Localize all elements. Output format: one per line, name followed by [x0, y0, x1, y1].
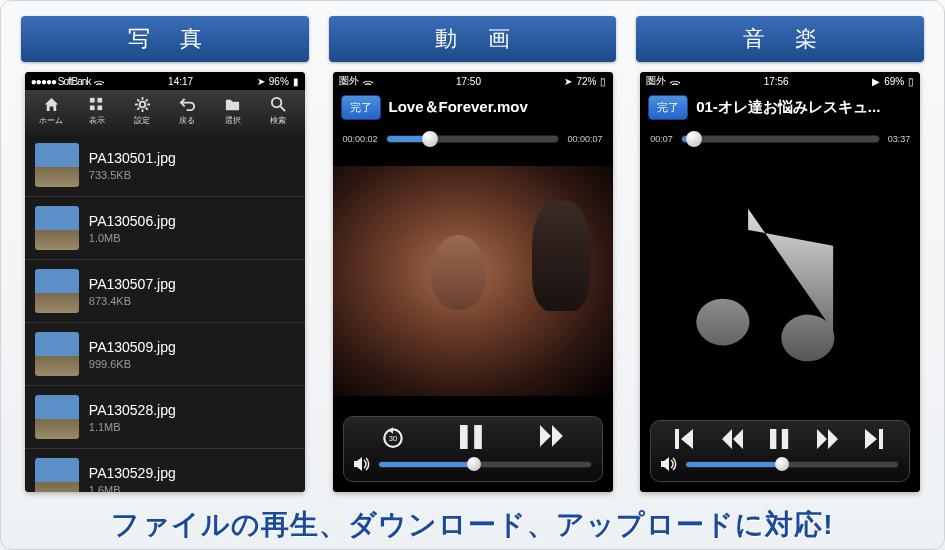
file-row[interactable]: PA130506.jpg1.0MB [25, 197, 305, 260]
home-button[interactable]: ホーム [29, 92, 74, 132]
status-bar: ●●●●● SoftBank 14:17 ➤ 96% ▮ [25, 72, 305, 90]
file-name: PA130501.jpg [89, 150, 176, 166]
file-row[interactable]: PA130501.jpg733.5KB [25, 134, 305, 197]
file-size: 999.6KB [89, 358, 176, 370]
done-button[interactable]: 完了 [341, 95, 381, 120]
file-name: PA130529.jpg [89, 465, 176, 481]
file-row[interactable]: PA130507.jpg873.4KB [25, 260, 305, 323]
music-column: 音 楽 圏外 17:56 ▶69%▯ 完了 01-オレ達お悩みレスキュ... 0… [636, 16, 924, 492]
wifi-icon [363, 77, 373, 85]
select-button[interactable]: 選択 [210, 92, 255, 132]
file-size: 873.4KB [89, 295, 176, 307]
search-button[interactable]: 検索 [255, 92, 300, 132]
fast-forward-button[interactable] [538, 425, 566, 449]
elapsed-label: 00:00:02 [343, 134, 378, 144]
thumbnail [35, 395, 79, 439]
pause-button[interactable] [769, 429, 791, 449]
battery-label: 69% [884, 76, 904, 87]
volume-icon [354, 457, 370, 471]
battery-label: 72% [576, 76, 596, 87]
music-tab-header: 音 楽 [636, 16, 924, 62]
remain-label: 03:37 [888, 134, 911, 144]
battery-icon: ▯ [600, 76, 606, 87]
video-viewport[interactable] [333, 154, 613, 408]
volume-icon [661, 457, 677, 471]
scrubber-row: 00:07 03:37 [640, 124, 920, 154]
video-column: 動 画 圏外 17:50 ➤72%▯ 完了 Love＆Forever.mov 0… [329, 16, 617, 492]
file-name: PA130528.jpg [89, 402, 176, 418]
playback-controls [343, 416, 603, 482]
scrubber-row: 00:00:02 00:00:07 [333, 124, 613, 154]
file-size: 1.0MB [89, 232, 176, 244]
video-screen: 圏外 17:50 ➤72%▯ 完了 Love＆Forever.mov 00:00… [333, 72, 613, 492]
carrier-label: ●●●●● SoftBank [31, 76, 91, 87]
video-tab-header: 動 画 [329, 16, 617, 62]
back-button[interactable]: 戻る [165, 92, 210, 132]
toolbar: ホーム 表示 設定 戻る 選択 検索 [25, 90, 305, 134]
done-button[interactable]: 完了 [648, 95, 688, 120]
file-name: PA130509.jpg [89, 339, 176, 355]
music-screen: 圏外 17:56 ▶69%▯ 完了 01-オレ達お悩みレスキュ... 00:07… [640, 72, 920, 492]
file-size: 733.5KB [89, 169, 176, 181]
home-label: ホーム [39, 115, 63, 126]
thumbnail [35, 143, 79, 187]
location-icon: ➤ [257, 76, 265, 87]
battery-label: 96% [269, 76, 289, 87]
carrier-label: 圏外 [339, 74, 359, 88]
nav-bar: 完了 Love＆Forever.mov [333, 90, 613, 124]
file-row[interactable]: PA130509.jpg999.6KB [25, 323, 305, 386]
thumbnail [35, 206, 79, 250]
battery-icon: ▯ [908, 76, 914, 87]
music-note-icon [695, 198, 865, 368]
clock-label: 14:17 [168, 76, 193, 87]
photo-screen: ●●●●● SoftBank 14:17 ➤ 96% ▮ ホーム 表示 設定 戻… [25, 72, 305, 492]
file-row[interactable]: PA130529.jpg1.6MB [25, 449, 305, 492]
status-bar: 圏外 17:56 ▶69%▯ [640, 72, 920, 90]
view-label: 表示 [89, 115, 105, 126]
wifi-icon [670, 77, 680, 85]
music-title: 01-オレ達お悩みレスキュ... [696, 98, 912, 117]
back-label: 戻る [179, 115, 195, 126]
location-icon: ➤ [564, 76, 572, 87]
file-name: PA130506.jpg [89, 213, 176, 229]
scrubber[interactable] [681, 135, 880, 143]
file-size: 1.6MB [89, 484, 176, 493]
wifi-icon [94, 77, 104, 85]
carrier-label: 圏外 [646, 74, 666, 88]
scrubber[interactable] [386, 135, 560, 143]
fast-forward-button[interactable] [817, 429, 839, 449]
thumbnail [35, 458, 79, 492]
clock-label: 17:50 [456, 76, 481, 87]
caption: ファイルの再生、ダウンロード、アップロードに対応! [21, 506, 924, 544]
file-row[interactable]: PA130528.jpg1.1MB [25, 386, 305, 449]
rewind-button[interactable] [722, 429, 744, 449]
elapsed-label: 00:07 [650, 134, 673, 144]
battery-icon: ▮ [293, 76, 299, 87]
settings-button[interactable]: 設定 [119, 92, 164, 132]
prev-track-button[interactable] [674, 429, 696, 449]
nav-bar: 完了 01-オレ達お悩みレスキュ... [640, 90, 920, 124]
play-indicator-icon: ▶ [872, 76, 880, 87]
search-label: 検索 [270, 115, 286, 126]
next-track-button[interactable] [864, 429, 886, 449]
file-name: PA130507.jpg [89, 276, 176, 292]
photo-tab-header: 写 真 [21, 16, 309, 62]
settings-label: 設定 [134, 115, 150, 126]
view-button[interactable]: 表示 [74, 92, 119, 132]
video-frame [333, 166, 613, 396]
select-label: 選択 [225, 115, 241, 126]
video-title: Love＆Forever.mov [389, 98, 605, 117]
replay-30-button[interactable] [379, 425, 407, 449]
file-list[interactable]: PA130501.jpg733.5KBPA130506.jpg1.0MBPA13… [25, 134, 305, 492]
music-artwork [640, 154, 920, 412]
pause-button[interactable] [458, 425, 486, 449]
file-size: 1.1MB [89, 421, 176, 433]
clock-label: 17:56 [764, 76, 789, 87]
volume-slider[interactable] [378, 461, 592, 468]
thumbnail [35, 269, 79, 313]
photo-column: 写 真 ●●●●● SoftBank 14:17 ➤ 96% ▮ ホーム 表示 … [21, 16, 309, 492]
remain-label: 00:00:07 [567, 134, 602, 144]
playback-controls [650, 420, 910, 482]
volume-slider[interactable] [685, 461, 899, 468]
thumbnail [35, 332, 79, 376]
